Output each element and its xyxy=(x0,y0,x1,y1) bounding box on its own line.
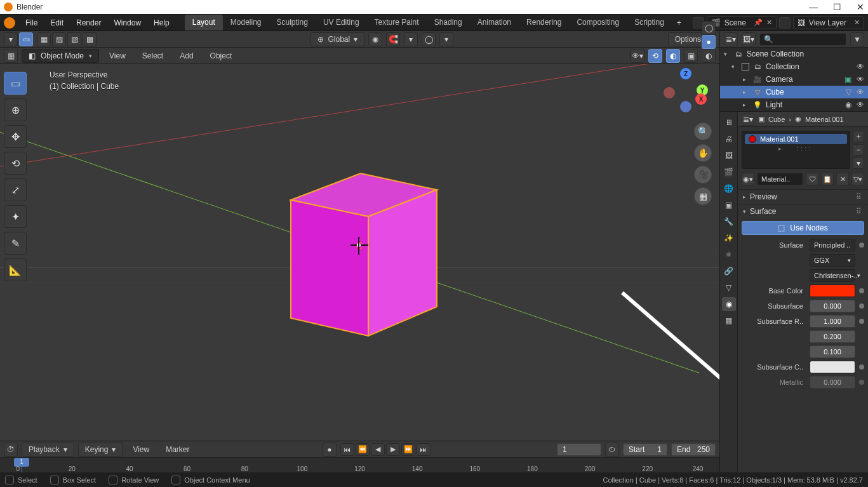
vp-menu-add[interactable]: Add xyxy=(173,50,199,62)
slot-menu-button[interactable]: ▾ xyxy=(853,157,864,169)
scene-field[interactable]: 🎬 Scene 📌 ✕ xyxy=(707,17,777,29)
pivot-button[interactable]: ◉ xyxy=(368,32,382,46)
keying-menu[interactable]: Keying▾ xyxy=(78,443,123,457)
tab-material[interactable]: ◉ xyxy=(722,297,736,311)
pan-button[interactable]: ✋ xyxy=(694,144,712,162)
xray-toggle[interactable]: ▣ xyxy=(684,49,698,63)
tool-annotate[interactable]: ✎ xyxy=(4,232,27,255)
breadcrumb-material[interactable]: Material.001 xyxy=(805,116,844,123)
jump-end-button[interactable]: ⏭ xyxy=(417,443,431,456)
metallic-field[interactable]: 0.000 xyxy=(810,376,855,389)
use-nodes-button[interactable]: ⬚ Use Nodes xyxy=(742,221,864,235)
viewlayer-browse-button[interactable] xyxy=(779,17,791,29)
selmode-2[interactable]: ▨ xyxy=(52,32,66,46)
play-rev-button[interactable]: ◀ xyxy=(371,443,385,456)
selmode-4[interactable]: ▩ xyxy=(83,32,97,46)
visibility-menu[interactable]: 👁▾ xyxy=(631,49,644,63)
sss-color-field[interactable] xyxy=(810,361,855,373)
material-slot-item[interactable]: Material.001 xyxy=(745,134,847,144)
tab-object[interactable]: ▣ xyxy=(722,198,736,212)
tab-scripting[interactable]: Scripting xyxy=(627,15,672,30)
outliner-search[interactable]: 🔍 xyxy=(759,33,846,46)
tab-output[interactable]: 🖨 xyxy=(722,132,736,146)
data-icon[interactable]: ◉ xyxy=(845,100,851,109)
proportional-toggle[interactable]: ◯ xyxy=(422,32,436,46)
socket-icon[interactable] xyxy=(859,288,864,293)
current-frame-field[interactable]: 1 xyxy=(557,443,601,456)
play-button[interactable]: ▶ xyxy=(386,443,400,456)
material-name-field[interactable]: Material.. xyxy=(757,173,803,185)
props-editor-icon[interactable]: ≣▾ xyxy=(742,113,754,126)
tab-layout[interactable]: Layout xyxy=(185,15,223,30)
socket-icon[interactable] xyxy=(859,243,864,248)
panel-preview[interactable]: ▸ Preview ⠿ xyxy=(738,189,868,204)
jump-start-button[interactable]: ⏮ xyxy=(340,443,354,456)
tab-constraint[interactable]: 🔗 xyxy=(722,264,736,278)
sss-radius-y[interactable]: 0.200 xyxy=(810,330,855,343)
slot-resize-grip[interactable]: ▸ :::: xyxy=(745,144,847,153)
timeline-track[interactable]: 1 0 20 40 60 80 100 120 140 160 180 200 … xyxy=(0,458,719,472)
socket-icon[interactable] xyxy=(859,319,864,324)
tab-particle[interactable]: ✨ xyxy=(722,231,736,245)
surface-shader-dropdown[interactable]: Principled .. xyxy=(810,239,855,251)
tab-compositing[interactable]: Compositing xyxy=(569,15,627,30)
axis-z-icon[interactable]: Z xyxy=(680,68,691,79)
menu-render[interactable]: Render xyxy=(70,16,107,30)
tab-viewlayer[interactable]: 🖼 xyxy=(722,149,736,163)
material-slot-list[interactable]: Material.001 ▸ :::: xyxy=(742,131,850,169)
tool-cursor[interactable]: ⊕ xyxy=(4,98,27,121)
outliner-item-cube[interactable]: ▸▽ Cube ▽👁 xyxy=(720,86,868,98)
tab-shading[interactable]: Shading xyxy=(427,15,470,30)
outliner-item-light[interactable]: ▸💡 Light ◉👁 xyxy=(720,98,868,111)
end-frame-field[interactable]: End250 xyxy=(671,443,716,456)
mode-dropdown[interactable]: ◧ Object Mode ▾ xyxy=(22,49,99,63)
selmode-3[interactable]: ▧ xyxy=(67,32,81,46)
proportional-options[interactable]: ▾ xyxy=(439,32,453,46)
tool-scale[interactable]: ⤢ xyxy=(4,178,27,201)
sss-method-dropdown[interactable]: Christensen-..▾ xyxy=(810,269,855,282)
outliner-item-camera[interactable]: ▸🎥 Camera ▣👁 xyxy=(720,73,868,86)
tool-transform[interactable]: ✦ xyxy=(4,205,27,228)
eye-icon[interactable]: 👁 xyxy=(857,75,864,84)
tool-move[interactable]: ✥ xyxy=(4,125,27,148)
material-copy-button[interactable]: 📋 xyxy=(821,173,834,185)
menu-file[interactable]: File xyxy=(19,16,44,30)
menu-window[interactable]: Window xyxy=(107,16,147,30)
camera-button[interactable]: 🎥 xyxy=(694,166,712,183)
editor-type-icon[interactable]: ▦ xyxy=(4,49,18,63)
shading-solid[interactable]: ● xyxy=(702,35,716,49)
zoom-button[interactable]: 🔍 xyxy=(694,123,712,140)
add-workspace-button[interactable]: + xyxy=(672,15,686,30)
tab-rendering[interactable]: Rendering xyxy=(519,15,569,30)
overlay-toggle[interactable]: ◐ xyxy=(666,49,680,63)
panel-surface[interactable]: ▾ Surface ⠿ xyxy=(738,204,868,218)
data-icon[interactable]: ▽ xyxy=(846,88,851,97)
selmode-1[interactable]: ▦ xyxy=(37,32,51,46)
eye-icon[interactable]: 👁 xyxy=(857,100,864,109)
axis-neg-x-icon[interactable] xyxy=(664,87,675,98)
close-button[interactable]: ✕ xyxy=(857,2,864,12)
start-frame-field[interactable]: Start1 xyxy=(623,443,667,456)
snap-options[interactable]: ▾ xyxy=(404,32,418,46)
tab-sculpting[interactable]: Sculpting xyxy=(269,15,316,30)
tool-select-box[interactable]: ▭ xyxy=(4,72,27,95)
socket-icon[interactable] xyxy=(859,364,864,370)
tab-physics[interactable]: ⚛ xyxy=(722,248,736,262)
tab-texture-paint[interactable]: Texture Paint xyxy=(367,15,427,30)
fake-user-toggle[interactable]: 🛡 xyxy=(806,173,818,185)
menu-edit[interactable]: Edit xyxy=(44,16,70,30)
sss-radius-x[interactable]: 1.000 xyxy=(810,315,855,328)
editor-type-button[interactable]: ▾ xyxy=(4,32,18,46)
tab-mesh[interactable]: ▽ xyxy=(722,281,736,295)
base-color-field[interactable] xyxy=(810,284,855,297)
axis-gizmo[interactable]: Z Y X xyxy=(664,68,708,112)
gizmo-toggle[interactable]: ⟲ xyxy=(648,49,662,63)
render-icon[interactable]: ▣ xyxy=(845,75,851,84)
tab-modeling[interactable]: Modeling xyxy=(223,15,269,30)
subsurface-field[interactable]: 0.000 xyxy=(810,300,855,312)
material-presets-button[interactable]: ▽▾ xyxy=(851,173,864,185)
eye-icon[interactable]: 👁 xyxy=(857,62,864,71)
vp-menu-select[interactable]: Select xyxy=(136,50,170,62)
ortho-button[interactable]: ▦ xyxy=(694,187,712,205)
outliner-scene-collection[interactable]: ▾🗂 Scene Collection xyxy=(720,48,868,60)
